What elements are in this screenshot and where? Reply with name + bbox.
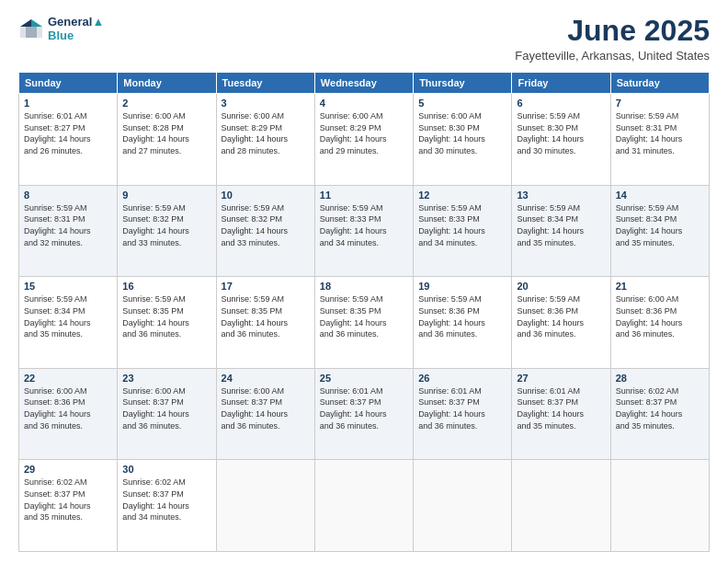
day-number: 22 xyxy=(24,373,112,384)
calendar-cell: 22Sunrise: 6:00 AM Sunset: 8:36 PM Dayli… xyxy=(19,368,118,460)
calendar-cell: 12Sunrise: 5:59 AM Sunset: 8:33 PM Dayli… xyxy=(414,185,512,277)
calendar-table: SundayMondayTuesdayWednesdayThursdayFrid… xyxy=(18,72,710,552)
calendar-cell: 10Sunrise: 5:59 AM Sunset: 8:32 PM Dayli… xyxy=(216,185,314,277)
calendar-week-row: 8Sunrise: 5:59 AM Sunset: 8:31 PM Daylig… xyxy=(19,185,710,277)
calendar-cell: 20Sunrise: 5:59 AM Sunset: 8:36 PM Dayli… xyxy=(512,277,610,369)
calendar-cell: 30Sunrise: 6:02 AM Sunset: 8:37 PM Dayli… xyxy=(118,460,216,552)
day-number: 18 xyxy=(320,281,408,292)
day-info: Sunrise: 5:59 AM Sunset: 8:35 PM Dayligh… xyxy=(320,293,408,339)
calendar-cell: 9Sunrise: 5:59 AM Sunset: 8:32 PM Daylig… xyxy=(118,185,216,277)
day-info: Sunrise: 6:01 AM Sunset: 8:37 PM Dayligh… xyxy=(517,385,605,431)
calendar-cell: 24Sunrise: 6:00 AM Sunset: 8:37 PM Dayli… xyxy=(216,368,314,460)
calendar-week-row: 1Sunrise: 6:01 AM Sunset: 8:27 PM Daylig… xyxy=(19,94,710,186)
day-info: Sunrise: 5:59 AM Sunset: 8:34 PM Dayligh… xyxy=(616,202,704,248)
svg-rect-4 xyxy=(26,27,37,38)
calendar-cell: 29Sunrise: 6:02 AM Sunset: 8:37 PM Dayli… xyxy=(19,460,118,552)
svg-marker-3 xyxy=(20,19,31,27)
day-info: Sunrise: 6:02 AM Sunset: 8:37 PM Dayligh… xyxy=(122,477,210,523)
day-info: Sunrise: 6:01 AM Sunset: 8:27 PM Dayligh… xyxy=(24,110,112,156)
day-info: Sunrise: 5:59 AM Sunset: 8:35 PM Dayligh… xyxy=(122,293,210,339)
calendar-cell: 18Sunrise: 5:59 AM Sunset: 8:35 PM Dayli… xyxy=(314,277,413,369)
calendar-cell: 2Sunrise: 6:00 AM Sunset: 8:28 PM Daylig… xyxy=(118,94,216,186)
day-number: 14 xyxy=(616,190,704,201)
day-number: 27 xyxy=(517,373,605,384)
day-number: 5 xyxy=(418,98,506,109)
day-number: 7 xyxy=(616,98,704,109)
day-number: 24 xyxy=(222,373,310,384)
calendar-cell: 21Sunrise: 6:00 AM Sunset: 8:36 PM Dayli… xyxy=(610,277,709,369)
day-info: Sunrise: 6:02 AM Sunset: 8:37 PM Dayligh… xyxy=(24,477,112,523)
day-header-monday: Monday xyxy=(118,73,216,94)
day-info: Sunrise: 6:00 AM Sunset: 8:36 PM Dayligh… xyxy=(24,385,112,431)
day-info: Sunrise: 6:00 AM Sunset: 8:28 PM Dayligh… xyxy=(122,110,210,156)
calendar-header-row: SundayMondayTuesdayWednesdayThursdayFrid… xyxy=(19,73,710,94)
calendar-week-row: 15Sunrise: 5:59 AM Sunset: 8:34 PM Dayli… xyxy=(19,277,710,369)
calendar-cell xyxy=(414,460,512,552)
day-number: 23 xyxy=(122,373,210,384)
day-number: 4 xyxy=(320,98,408,109)
day-number: 28 xyxy=(616,373,704,384)
day-number: 10 xyxy=(222,190,310,201)
day-number: 9 xyxy=(122,190,210,201)
calendar-cell: 16Sunrise: 5:59 AM Sunset: 8:35 PM Dayli… xyxy=(118,277,216,369)
day-number: 15 xyxy=(24,281,112,292)
calendar-cell: 13Sunrise: 5:59 AM Sunset: 8:34 PM Dayli… xyxy=(512,185,610,277)
calendar-week-row: 22Sunrise: 6:00 AM Sunset: 8:36 PM Dayli… xyxy=(19,368,710,460)
day-number: 3 xyxy=(222,98,310,109)
day-header-saturday: Saturday xyxy=(610,73,709,94)
calendar-cell xyxy=(314,460,413,552)
calendar-cell: 15Sunrise: 5:59 AM Sunset: 8:34 PM Dayli… xyxy=(19,277,118,369)
calendar-cell: 17Sunrise: 5:59 AM Sunset: 8:35 PM Dayli… xyxy=(216,277,314,369)
calendar-cell xyxy=(610,460,709,552)
calendar-cell: 19Sunrise: 5:59 AM Sunset: 8:36 PM Dayli… xyxy=(414,277,512,369)
day-number: 1 xyxy=(24,98,112,109)
day-info: Sunrise: 5:59 AM Sunset: 8:36 PM Dayligh… xyxy=(418,293,506,339)
calendar-cell: 23Sunrise: 6:00 AM Sunset: 8:37 PM Dayli… xyxy=(118,368,216,460)
calendar-week-row: 29Sunrise: 6:02 AM Sunset: 8:37 PM Dayli… xyxy=(19,460,710,552)
day-info: Sunrise: 6:01 AM Sunset: 8:37 PM Dayligh… xyxy=(320,385,408,431)
day-info: Sunrise: 5:59 AM Sunset: 8:33 PM Dayligh… xyxy=(320,202,408,248)
location: Fayetteville, Arkansas, United States xyxy=(515,49,710,63)
calendar-cell: 5Sunrise: 6:00 AM Sunset: 8:30 PM Daylig… xyxy=(414,94,512,186)
day-number: 8 xyxy=(24,190,112,201)
calendar-cell: 7Sunrise: 5:59 AM Sunset: 8:31 PM Daylig… xyxy=(610,94,709,186)
logo: General▲ Blue xyxy=(18,15,104,42)
calendar-cell xyxy=(512,460,610,552)
day-info: Sunrise: 6:00 AM Sunset: 8:29 PM Dayligh… xyxy=(320,110,408,156)
day-info: Sunrise: 5:59 AM Sunset: 8:34 PM Dayligh… xyxy=(517,202,605,248)
logo-text: General▲ Blue xyxy=(48,15,104,42)
header: General▲ Blue June 2025 Fayetteville, Ar… xyxy=(18,15,710,63)
day-info: Sunrise: 5:59 AM Sunset: 8:31 PM Dayligh… xyxy=(24,202,112,248)
day-number: 11 xyxy=(320,190,408,201)
day-number: 25 xyxy=(320,373,408,384)
calendar-cell: 14Sunrise: 5:59 AM Sunset: 8:34 PM Dayli… xyxy=(610,185,709,277)
day-info: Sunrise: 5:59 AM Sunset: 8:36 PM Dayligh… xyxy=(517,293,605,339)
day-number: 26 xyxy=(418,373,506,384)
day-header-sunday: Sunday xyxy=(19,73,118,94)
calendar-cell: 4Sunrise: 6:00 AM Sunset: 8:29 PM Daylig… xyxy=(314,94,413,186)
day-number: 2 xyxy=(122,98,210,109)
day-info: Sunrise: 6:00 AM Sunset: 8:36 PM Dayligh… xyxy=(616,293,704,339)
day-number: 30 xyxy=(122,464,210,475)
day-info: Sunrise: 6:00 AM Sunset: 8:30 PM Dayligh… xyxy=(418,110,506,156)
day-info: Sunrise: 5:59 AM Sunset: 8:34 PM Dayligh… xyxy=(24,293,112,339)
calendar-cell xyxy=(216,460,314,552)
logo-icon xyxy=(18,17,44,40)
day-info: Sunrise: 5:59 AM Sunset: 8:32 PM Dayligh… xyxy=(122,202,210,248)
day-header-thursday: Thursday xyxy=(414,73,512,94)
day-info: Sunrise: 6:00 AM Sunset: 8:29 PM Dayligh… xyxy=(222,110,310,156)
calendar-cell: 6Sunrise: 5:59 AM Sunset: 8:30 PM Daylig… xyxy=(512,94,610,186)
day-number: 12 xyxy=(418,190,506,201)
day-number: 16 xyxy=(122,281,210,292)
day-number: 21 xyxy=(616,281,704,292)
day-info: Sunrise: 6:01 AM Sunset: 8:37 PM Dayligh… xyxy=(418,385,506,431)
day-info: Sunrise: 6:00 AM Sunset: 8:37 PM Dayligh… xyxy=(222,385,310,431)
calendar-cell: 26Sunrise: 6:01 AM Sunset: 8:37 PM Dayli… xyxy=(414,368,512,460)
calendar-page: General▲ Blue June 2025 Fayetteville, Ar… xyxy=(0,0,728,563)
day-info: Sunrise: 5:59 AM Sunset: 8:30 PM Dayligh… xyxy=(517,110,605,156)
month-title: June 2025 xyxy=(515,15,710,47)
calendar-cell: 11Sunrise: 5:59 AM Sunset: 8:33 PM Dayli… xyxy=(314,185,413,277)
day-info: Sunrise: 5:59 AM Sunset: 8:31 PM Dayligh… xyxy=(616,110,704,156)
day-info: Sunrise: 5:59 AM Sunset: 8:32 PM Dayligh… xyxy=(222,202,310,248)
day-number: 19 xyxy=(418,281,506,292)
